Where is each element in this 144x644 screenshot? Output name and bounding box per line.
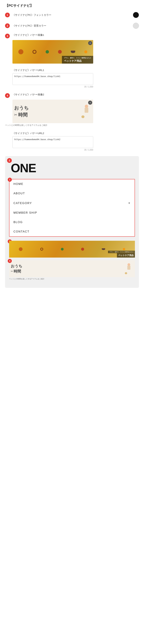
preview-banner3-text-block: ブラシ、歯切り、ストレス解消おもちゃ ペットケア用品 [108,251,135,258]
preview-banner4-line2-row: ✂ 時間 [11,269,22,274]
banner1-close-button[interactable]: × [88,41,92,45]
page-wrapper: 【PCサイドナビ】 1 《サイドナビPC》フォントカラー 2 《サイドナビPC》… [0,0,144,291]
preview-banner4-wrapper: 4 おうち ✂ 時間 ペットとの時間を楽しくするアイテ [9,260,135,280]
nav-wrapper: 1 HOME ABOUT CATEGORY + MEMBER SHIP BLOG [9,179,135,241]
banner1-image-wrapper: × ブラシ、歯切り、ストレス解消おもちゃ ペットケア用品 [12,40,93,64]
prev-body [127,266,130,270]
preview-logo: ONE [11,161,135,175]
bg-color-row: 2 《サイドナビPC》背景カラー [5,23,139,29]
banner2-kanji-line2: 時間 [18,112,28,118]
deco-2 [32,50,36,54]
banner1-main-text: ペットケア用品 [64,60,91,62]
bg-color-label: 《サイドナビPC》背景カラー [12,24,130,28]
font-color-row: 1 《サイドナビPC》フォントカラー [5,12,139,18]
nav-category-label: CATEGORY [14,202,32,205]
illus-head [85,105,88,108]
deco-3 [46,50,49,54]
prev-cat [125,272,127,274]
preview-banner4-badge: 4 [8,259,12,263]
preview-number-badge: 2 [7,158,12,163]
prev-deco-5 [102,248,105,250]
preview-banner4-image: おうち ✂ 時間 [9,260,135,277]
nav-item-category: CATEGORY + [10,198,134,208]
banner2-kanji-line1: おうち [14,105,29,111]
deco-6 [84,50,87,53]
nav-about-label: ABOUT [14,192,25,195]
banner2-header-row: 4 《サイドナビ》バナー画像2 [5,93,139,98]
url2-label: 《サイドナビ》バナーURL2 [12,132,139,135]
banner2-image-wrapper: × おうち ✂ 時間 [12,100,93,123]
banner1-header-row: 3 《サイドナビ》バナー画像1 [5,34,139,38]
url2-section: 《サイドナビ》バナーURL2 35 / 1,000 [12,132,139,151]
nav-blog-label: BLOG [14,220,23,224]
banner1-overlay-text: ブラシ、歯切り、ストレス解消おもちゃ ペットケア用品 [62,56,93,64]
banner1-section: 3 《サイドナビ》バナー画像1 × ブラシ、歯切り、ストレス解消おもちゃ ペット… [5,34,139,64]
nav-home-label: HOME [14,182,24,186]
illus-cat [82,116,84,118]
nav-contact-label: CONTACT [14,230,30,233]
preview-banner3-image: ブラシ、歯切り、ストレス解消おもちゃ ペットケア用品 [9,241,135,258]
deco-5 [71,51,75,53]
preview-banner4-figure [24,263,133,274]
prev-deco-2 [40,248,43,251]
setting-number-3: 3 [5,34,10,38]
nav-membership-label: MEMBER SHIP [14,211,37,214]
preview-banner3-sub: ブラシ、歯切り、ストレス解消おもちゃ [108,251,135,253]
setting-number-1: 1 [5,12,10,17]
url2-input[interactable] [12,136,93,148]
url1-input[interactable] [12,73,93,85]
banner2-sub-text: ペットとの時間を楽しくするアイテムをご紹介 [5,124,86,127]
preview-banner4-sub: ペットとの時間を楽しくするアイテムをご紹介 [9,278,135,280]
deco-4 [58,50,62,54]
page-title: 【PCサイドナビ】 [5,3,139,8]
banner1-sub-text: ブラシ、歯切り、ストレス解消おもちゃ [64,57,91,59]
font-color-label: 《サイドナビPC》フォントカラー [12,14,130,17]
preview-banner3-main: ペットケア用品 [117,253,135,258]
preview-section: 2 ONE 1 HOME ABOUT CATEGORY + MEMBER SHI… [5,156,139,288]
nav-item-blog: BLOG [10,218,134,227]
banner2-section: 4 《サイドナビ》バナー画像2 × おうち ✂ 時間 [5,93,139,127]
nav-number-badge: 1 [8,178,12,182]
banner2-kanji-line2-row: ✂ 時間 [14,112,29,118]
font-color-swatch[interactable] [133,12,139,18]
banner1-label: 《サイドナビ》バナー画像1 [12,34,44,37]
preview-illus [125,263,133,274]
url1-section: 《サイドナビ》バナーURL1 35 / 1,000 [12,69,139,88]
nav-item-home: HOME [10,179,134,189]
preview-banner4-kanji: おうち ✂ 時間 [11,264,22,274]
banner2-label: 《サイドナビ》バナー画像2 [12,93,44,96]
url1-char-count: 35 / 1,000 [12,86,93,88]
prev-deco-1 [19,247,22,251]
illus-body [84,108,88,113]
nav-item-about: ABOUT [10,189,134,198]
url2-char-count: 35 / 1,000 [12,149,93,151]
banner2-image: おうち ✂ 時間 [12,100,93,123]
setting-number-2: 2 [5,24,10,28]
banner2-illus-figure [82,105,92,118]
bg-color-swatch[interactable] [133,23,139,29]
banner2-illustration [30,105,92,118]
banner2-kanji-block: おうち ✂ 時間 [14,105,29,118]
nav-item-contact: CONTACT [10,227,134,236]
deco-1 [18,49,24,54]
nav-menu: HOME ABOUT CATEGORY + MEMBER SHIP BLOG C… [9,179,135,237]
banner1-image: ブラシ、歯切り、ストレス解消おもちゃ ペットケア用品 [12,40,93,64]
prev-deco-6 [123,248,125,250]
preview-banner4-line1: おうち [11,264,22,269]
scissors-icon: ✂ [14,113,17,117]
preview-banner4-line2: 時間 [14,269,21,274]
banner2-close-button[interactable]: × [88,100,92,105]
prev-deco-4 [81,248,84,251]
url1-label: 《サイドナビ》バナーURL1 [12,69,139,72]
nav-category-plus: + [128,201,130,205]
prev-deco-3 [61,248,64,250]
preview-banner3-wrapper: 3 ブラシ、歯切り、ストレス解消おもちゃ ペットケア用品 [9,241,135,258]
preview-scissors-icon: ✂ [11,270,13,273]
nav-item-membership: MEMBER SHIP [10,208,134,218]
setting-number-4: 4 [5,93,10,98]
